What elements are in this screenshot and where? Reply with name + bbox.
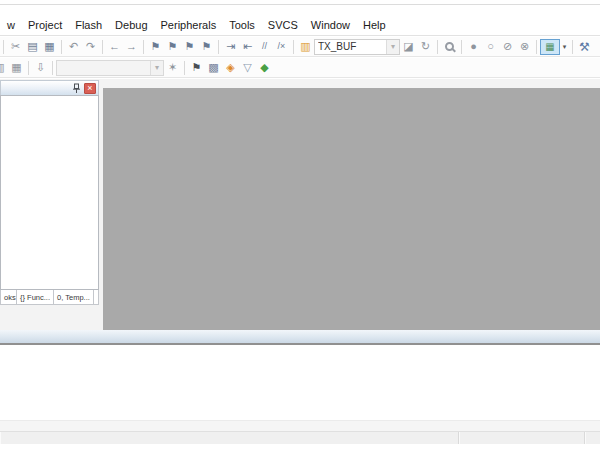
translate-flag-icon[interactable]: ⚑ xyxy=(188,60,205,76)
paste-icon[interactable]: ▦ xyxy=(41,39,58,55)
menu-item-project[interactable]: Project xyxy=(22,17,68,33)
toolbar-separator xyxy=(52,61,53,75)
toolbar-separator xyxy=(3,40,4,54)
bookmark-toggle-icon[interactable]: ⚑ xyxy=(147,39,164,55)
panel-tab-strip: oks {} Func... 0, Temp... xyxy=(0,290,99,305)
uvision-window: w Project Flash Debug Peripherals Tools … xyxy=(0,0,600,450)
breakpoint-toggle-icon[interactable]: ● xyxy=(465,39,482,55)
menu-item-debug[interactable]: Debug xyxy=(109,17,153,33)
editor-area xyxy=(103,88,600,330)
build-toolbar: ▥ ▦ ⇩ ▾ ✶ ⚑ ▩ ◈ ▽ ◆ xyxy=(0,58,600,78)
chevron-down-icon: ▾ xyxy=(155,64,159,72)
menu-item-tools[interactable]: Tools xyxy=(223,17,261,33)
copy-icon[interactable]: ▤ xyxy=(24,39,41,55)
navigate-back-icon[interactable]: ← xyxy=(106,39,123,55)
project-workspace-panel: × oks {} Func... 0, Temp... xyxy=(0,80,100,319)
menu-bar: w Project Flash Debug Peripherals Tools … xyxy=(0,14,600,36)
find-combo-input[interactable] xyxy=(315,40,386,54)
uncomment-icon[interactable]: /× xyxy=(273,39,290,55)
comment-icon[interactable]: // xyxy=(256,39,273,55)
window-layout-button[interactable]: ▦ xyxy=(540,39,560,55)
find-dialog-icon[interactable] xyxy=(441,39,458,55)
manage-runtime-environment-icon[interactable]: ◈ xyxy=(222,60,239,76)
lower-strip xyxy=(0,420,600,431)
toolbar-separator xyxy=(437,40,438,54)
panel-caption-bar: × xyxy=(0,80,99,95)
bookmark-next-icon[interactable]: ⚑ xyxy=(181,39,198,55)
status-pane-main xyxy=(0,432,459,444)
pushpin-glyph xyxy=(72,83,81,94)
breakpoint-enable-icon[interactable]: ○ xyxy=(482,39,499,55)
toolbar-separator xyxy=(461,40,462,54)
toolbar-separator xyxy=(143,40,144,54)
project-tree-area[interactable] xyxy=(0,95,99,290)
build-icon-partial[interactable]: ▥ xyxy=(0,60,8,76)
undo-icon[interactable]: ↶ xyxy=(65,39,82,55)
find-combo[interactable]: ▾ xyxy=(314,39,400,55)
toolbar-separator xyxy=(572,40,573,54)
build-output-content[interactable] xyxy=(0,347,600,420)
options-for-target-icon[interactable]: ✶ xyxy=(164,60,181,76)
bottom-margin xyxy=(0,444,600,450)
target-select-input[interactable] xyxy=(57,61,150,75)
indent-icon[interactable]: ⇥ xyxy=(222,39,239,55)
toolbar-separator xyxy=(536,40,537,54)
bookmark-clear-all-icon[interactable]: ⚑ xyxy=(198,39,215,55)
find-in-files-icon[interactable]: ▥ xyxy=(297,39,314,55)
configuration-wrench-icon[interactable]: ⚒ xyxy=(576,39,593,55)
toolbar-separator xyxy=(28,61,29,75)
titlebar-divider xyxy=(0,4,600,5)
breakpoint-disable-all-icon[interactable]: ⊘ xyxy=(499,39,516,55)
chevron-down-icon: ▾ xyxy=(391,43,395,51)
target-select-combo[interactable]: ▾ xyxy=(56,60,164,76)
status-bar xyxy=(0,431,600,444)
find-combo-dropdown[interactable]: ▾ xyxy=(386,40,399,54)
toolbar-separator xyxy=(61,40,62,54)
menu-item-flash[interactable]: Flash xyxy=(69,17,108,33)
cut-icon[interactable]: ✂ xyxy=(7,39,24,55)
pack-installer-icon[interactable]: ◆ xyxy=(256,60,273,76)
target-select-dropdown[interactable]: ▾ xyxy=(150,61,163,75)
panel-tab-functions[interactable]: {} Func... xyxy=(17,290,54,304)
toolbar-separator xyxy=(184,61,185,75)
download-icon[interactable]: ⇩ xyxy=(32,60,49,76)
toolbar-separator xyxy=(293,40,294,54)
pin-icon[interactable] xyxy=(71,83,82,94)
window-layout-icon: ▦ xyxy=(545,42,554,52)
redo-icon[interactable]: ↷ xyxy=(82,39,99,55)
manage-project-items-icon[interactable]: ▩ xyxy=(205,60,222,76)
panel-tab-templates[interactable]: 0, Temp... xyxy=(54,290,94,304)
window-layout-dropdown[interactable]: ▾ xyxy=(560,39,569,55)
titlebar-strip xyxy=(0,0,600,14)
toolbar-separator xyxy=(218,40,219,54)
incremental-find-icon[interactable]: ↻ xyxy=(417,39,434,55)
status-pane-resize xyxy=(585,432,600,444)
status-pane-secondary xyxy=(459,432,585,444)
file-toolbar: ✂ ▤ ▦ ↶ ↷ ← → ⚑ ⚑ ⚑ ⚑ ⇥ ⇤ // /× ▥ ▾ ◪ ↻ … xyxy=(0,37,600,57)
breakpoint-kill-all-icon[interactable]: ⊗ xyxy=(516,39,533,55)
menu-item-svcs[interactable]: SVCS xyxy=(262,17,304,33)
menu-item-help[interactable]: Help xyxy=(357,17,392,33)
filter-funnel-icon[interactable]: ▽ xyxy=(239,60,256,76)
workspace: × oks {} Func... 0, Temp... xyxy=(0,79,600,330)
toolbar-separator xyxy=(102,40,103,54)
output-dock-caption-bar xyxy=(0,330,600,345)
bookmark-prev-icon[interactable]: ⚑ xyxy=(164,39,181,55)
outdent-icon[interactable]: ⇤ xyxy=(239,39,256,55)
batch-build-icon[interactable]: ▦ xyxy=(8,60,25,76)
panel-tab-books[interactable]: oks xyxy=(1,290,17,304)
magnifier-icon xyxy=(445,42,454,51)
menu-item-view-partial[interactable]: w xyxy=(1,17,21,33)
navigate-forward-icon[interactable]: → xyxy=(123,39,140,55)
menu-item-window[interactable]: Window xyxy=(305,17,356,33)
find-next-icon[interactable]: ◪ xyxy=(400,39,417,55)
menu-item-peripherals[interactable]: Peripherals xyxy=(155,17,223,33)
close-icon[interactable]: × xyxy=(84,83,96,94)
